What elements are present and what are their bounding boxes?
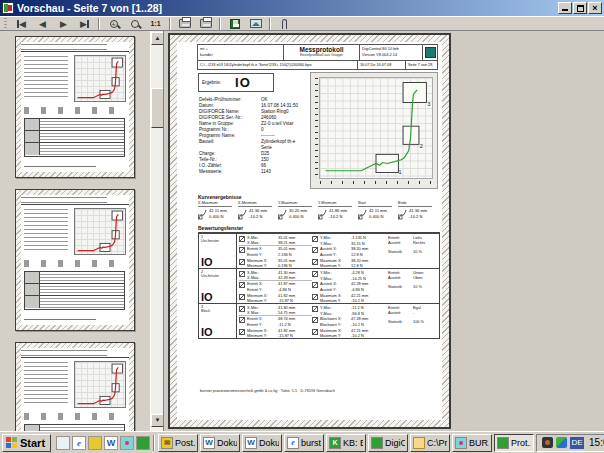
curve-glyph-icon (318, 208, 327, 220)
print-setup-button[interactable] (195, 17, 216, 30)
minimize-icon (562, 9, 568, 11)
curve-result-x: 42.11 mm (369, 208, 387, 214)
window-label-3: 3 (427, 101, 430, 107)
document-header: mi + kunder Messprotokoll Einzelprotokol… (197, 44, 438, 70)
task-button-kb[interactable]: K KB: E... (326, 434, 366, 452)
print-button[interactable] (174, 17, 195, 30)
next-page-icon: ▶ (60, 18, 67, 30)
curve-result-y: 0.400 N (289, 214, 307, 220)
measure-icon (312, 282, 318, 288)
meta-value: - (413, 310, 439, 315)
printer-icon (179, 19, 191, 28)
page-thumbnail[interactable] (15, 189, 135, 331)
thumbnail-header-lines (21, 348, 129, 358)
window-label-2: 2 (420, 143, 423, 149)
app-cyan-icon[interactable] (120, 436, 134, 450)
eval-windows-table: 1 Uni-fenster IO (198, 232, 440, 339)
thumbnail-table-row (25, 296, 124, 308)
app-icon (2, 2, 14, 14)
scrollbar-thumb[interactable] (151, 88, 164, 128)
thumbnail-chart (74, 361, 126, 408)
app-yellow-icon[interactable] (88, 436, 102, 450)
measure-icon (239, 306, 245, 312)
last-page-button[interactable]: ▶ (74, 17, 95, 30)
curve-result-item: X-Minimum 41.36 mm -10.2 N (238, 201, 278, 220)
task-button-burst[interactable]: e burst... (284, 434, 324, 452)
toolbar-grip[interactable] (4, 18, 7, 29)
chart-svg: 1 2 3 (320, 78, 432, 178)
task-icon (455, 437, 467, 449)
entry-label-2: X-Max.: (247, 310, 278, 315)
thumbnail-sidebar: ▲ ▼ (0, 31, 164, 431)
task-button-doku-2[interactable]: W Doku... (242, 434, 282, 452)
task-button-doku-1[interactable]: W Doku... (200, 434, 240, 452)
curve-result-y: 0.400 N (209, 214, 227, 220)
tray-app-icon[interactable] (542, 437, 553, 448)
task-icon: e (287, 437, 299, 449)
row-meta: Eintritt: Unten Austritt: Oben (385, 269, 439, 303)
task-icon (413, 437, 425, 449)
close-button[interactable]: × (588, 2, 602, 14)
scroll-up-icon[interactable]: ▲ (151, 32, 164, 45)
statistics-pair: Statistik: 10 % (388, 284, 439, 289)
curve-glyph-icon (358, 208, 367, 220)
minimize-button[interactable] (558, 2, 572, 14)
measure-icon (312, 294, 318, 300)
value-entry: X-Min.: 35.01 mm X-Max.: 38.21 mm (239, 235, 312, 246)
thumbnail-text-lines (24, 209, 68, 253)
save-button[interactable] (224, 17, 245, 30)
meta-value: Rechts (413, 240, 439, 245)
internet-explorer-icon[interactable]: e (72, 436, 86, 450)
sidebar-scrollbar[interactable]: ▲ ▼ (150, 31, 163, 431)
first-page-button[interactable]: ◀ (11, 17, 32, 30)
task-button-explorer[interactable]: C:\Pr... (410, 434, 450, 452)
curve-result-x: 41.36 mm (249, 208, 267, 214)
eval-window-row: 2 Uni-fenster IO (199, 268, 439, 303)
task-button-prot[interactable]: Prot... (494, 434, 534, 452)
export-image-button[interactable] (245, 17, 266, 30)
zoom-in-button[interactable]: + (103, 17, 124, 30)
curve-glyph-icon (238, 208, 247, 220)
task-button-digic[interactable]: DigiC... (368, 434, 408, 452)
task-label: Doku... (259, 438, 279, 448)
curve-result-item: Ende 41.36 mm -10.2 N (398, 201, 438, 220)
curve-result-item: X-Maximum 42.11 mm 0.400 N (198, 201, 238, 220)
curve-result-x: 41.36 mm (409, 208, 427, 214)
meta-pair: Austritt: Rechts (388, 240, 439, 245)
task-label: Doku... (217, 438, 237, 448)
zoom-out-button[interactable] (124, 17, 145, 30)
preview-window: Vorschau - Seite 7 von [1..28] × ◀ ◀ ▶ ▶… (0, 0, 604, 453)
thumbnail-footer-line (24, 166, 96, 167)
task-button-bur[interactable]: BUR... (452, 434, 492, 452)
scroll-down-icon[interactable]: ▼ (151, 414, 164, 427)
entry-value-2: -15.87 N (278, 333, 295, 339)
next-page-button[interactable]: ▶ (53, 17, 74, 30)
curve-result-x: 42.11 mm (209, 208, 227, 214)
keyboard-layout-badge[interactable]: DE (570, 437, 584, 449)
zoom-actual-button[interactable]: 1:1 (145, 17, 166, 30)
document-title: Messprotokoll (286, 46, 357, 53)
curve-glyph-icon (398, 208, 407, 220)
y-axis-ticks (315, 78, 318, 178)
start-button[interactable]: Start (2, 434, 51, 452)
value-entry: Eintritt X: 41.87 mm Eintritt Y: -4.86 N (239, 281, 312, 292)
restore-button[interactable] (573, 2, 587, 14)
row-values: X-Min.: 41.80 mm X-Max.: 54.75 mm (237, 304, 385, 338)
measure-icon (239, 317, 245, 323)
attach-button[interactable] (274, 17, 295, 30)
meta-pair: Austritt: Oben (388, 275, 439, 280)
page-thumbnail[interactable] (15, 36, 135, 178)
thumbnail-page (21, 195, 129, 325)
app-green-icon[interactable] (136, 436, 150, 450)
previous-page-button[interactable]: ◀ (32, 17, 53, 30)
file-path: C:\...\233 e03 16\Zylinderkopf th-e 'Ser… (198, 61, 357, 69)
show-desktop-icon[interactable] (56, 436, 70, 450)
statistics-value: 100 % (413, 319, 439, 324)
page-thumbnail[interactable] (15, 342, 135, 431)
page-content: mi + kunder Messprotokoll Einzelprotokol… (177, 42, 442, 420)
value-entry: X-Min.: 41.30 mm X-Max.: 42.49 mm (239, 270, 312, 281)
word-icon[interactable]: W (104, 436, 118, 450)
value-entry: Maximum X: 47.21 mm Maximum Y: -10.2 N (312, 328, 385, 339)
task-button-post[interactable]: ✉ Post... (158, 434, 198, 452)
tray-status-icon[interactable] (556, 437, 567, 448)
